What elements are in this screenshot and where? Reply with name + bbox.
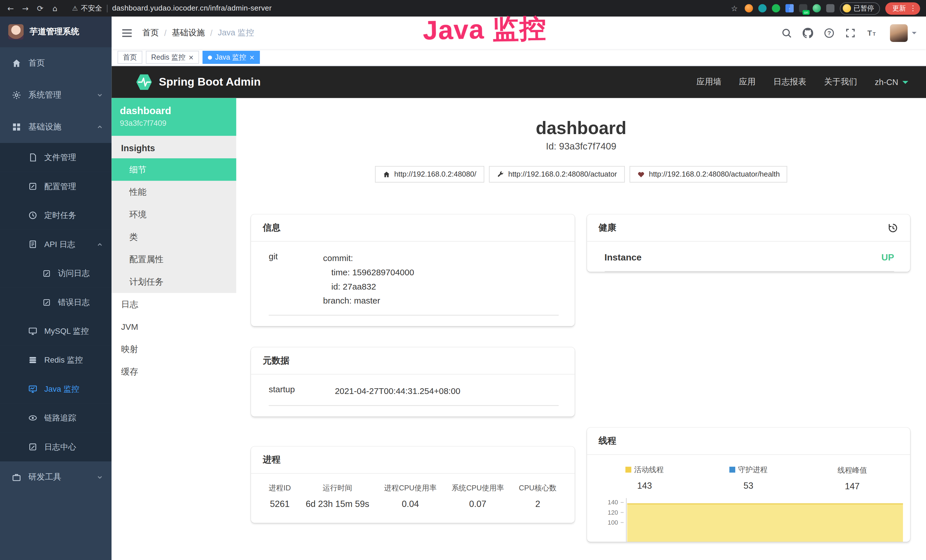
sidebar-item-log-center[interactable]: 日志中心 bbox=[0, 433, 112, 461]
breadcrumb-home[interactable]: 首页 bbox=[142, 27, 159, 38]
sba-side-item-env[interactable]: 环境 bbox=[112, 203, 236, 226]
cards-grid: 信息 git commit: time: 1596289704000 id: 2 bbox=[236, 215, 926, 542]
sba-side-item-logs[interactable]: 日志 bbox=[112, 293, 236, 316]
breadcrumb-infra[interactable]: 基础设施 bbox=[172, 27, 205, 38]
security-warning-icon: ⚠ bbox=[72, 5, 78, 12]
history-icon[interactable] bbox=[888, 222, 898, 233]
extension-icon-5[interactable]: on bbox=[799, 4, 807, 12]
extension-icon-4[interactable] bbox=[785, 4, 793, 12]
sidebar-item-trace[interactable]: 链路追踪 bbox=[0, 403, 112, 432]
sidebar-item-home[interactable]: 首页 bbox=[0, 47, 112, 79]
sidebar-item-java[interactable]: Java 监控 bbox=[0, 375, 112, 403]
svg-text:?: ? bbox=[827, 29, 831, 36]
sidebar-item-devtools[interactable]: 研发工具 bbox=[0, 461, 112, 493]
extensions-puzzle-icon[interactable] bbox=[826, 4, 834, 12]
sba-nav-journal[interactable]: 日志报表 bbox=[773, 77, 806, 87]
sba-nav-wall[interactable]: 应用墙 bbox=[696, 77, 721, 87]
sidebar-item-file[interactable]: 文件管理 bbox=[0, 143, 112, 172]
url-text[interactable]: dashboard.yudao.iocoder.cn/infra/admin-s… bbox=[112, 4, 272, 12]
sidebar-item-mysql[interactable]: MySQL 监控 bbox=[0, 317, 112, 345]
sba-brand[interactable]: Spring Boot Admin bbox=[135, 73, 261, 91]
sidebar-item-infra[interactable]: 基础设施 bbox=[0, 111, 112, 143]
sba-side-item-mappings[interactable]: 映射 bbox=[112, 338, 236, 360]
active-threads-swatch bbox=[625, 467, 631, 473]
address-bar[interactable]: ⚠ 不安全 dashboard.yudao.iocoder.cn/infra/a… bbox=[72, 3, 272, 13]
sba-nav-applications[interactable]: 应用 bbox=[739, 77, 755, 87]
sidebar-item-config[interactable]: 配置管理 bbox=[0, 172, 112, 201]
info-card-title: 信息 bbox=[263, 222, 281, 233]
chevron-down-icon bbox=[902, 81, 908, 87]
sidebar-item-access-log[interactable]: 访问日志 bbox=[0, 259, 112, 288]
bookmark-star-icon[interactable]: ☆ bbox=[729, 4, 739, 12]
sidebar-item-error-log[interactable]: 错误日志 bbox=[0, 288, 112, 316]
extension-icon-6[interactable] bbox=[812, 4, 820, 12]
extension-on-badge: on bbox=[803, 10, 809, 15]
instance-link-actuator[interactable]: http://192.168.0.2:48080/actuator bbox=[489, 166, 625, 183]
sba-title: Spring Boot Admin bbox=[159, 76, 261, 89]
extension-icon-2[interactable] bbox=[758, 4, 766, 12]
svg-text:T: T bbox=[873, 31, 876, 36]
gear-icon bbox=[12, 91, 21, 100]
stat-cpu-cores: CPU核心数 2 bbox=[519, 483, 557, 509]
legend-daemon-threads: 守护进程 53 bbox=[696, 465, 800, 491]
browser-back-icon[interactable]: ← bbox=[6, 4, 15, 12]
sba-side-item-details[interactable]: 细节 bbox=[112, 158, 236, 181]
fullscreen-icon[interactable] bbox=[845, 27, 856, 38]
legend-active-threads: 活动线程 143 bbox=[593, 465, 696, 491]
sidebar-item-redis[interactable]: Redis 监控 bbox=[0, 345, 112, 374]
app-sidebar: 芋道管理系统 首页 系统管理 基础设施 bbox=[0, 17, 112, 560]
instance-link-home[interactable]: http://192.168.0.2:48080/ bbox=[375, 166, 484, 183]
sba-side-item-scheduled-tasks[interactable]: 计划任务 bbox=[112, 271, 236, 293]
info-row-value: commit: time: 1596289704000 id: 27aa832 … bbox=[323, 251, 558, 308]
stat-system-cpu: 系统CPU使用率 0.07 bbox=[451, 483, 504, 509]
legend-peak-threads: 线程峰值 147 bbox=[800, 465, 904, 491]
sba-side-item-caches[interactable]: 缓存 bbox=[112, 360, 236, 383]
sidebar-item-api-log[interactable]: API 日志 bbox=[0, 230, 112, 259]
status-badge: UP bbox=[882, 252, 894, 263]
close-tab-icon[interactable]: × bbox=[249, 54, 255, 61]
instance-link-health[interactable]: http://192.168.0.2:48080/actuator/health bbox=[629, 166, 787, 183]
extension-icon-3[interactable] bbox=[772, 4, 780, 12]
caret-down-icon bbox=[912, 32, 917, 36]
help-icon[interactable]: ? bbox=[824, 27, 834, 38]
hamburger-icon[interactable] bbox=[121, 27, 133, 38]
sba-side-item-metrics[interactable]: 性能 bbox=[112, 181, 236, 203]
instance-title-block: dashboard Id: 93a3fc7f7409 http://192.16… bbox=[236, 98, 926, 183]
active-tab-dot bbox=[208, 55, 212, 59]
chevron-down-icon bbox=[97, 474, 103, 480]
tab-java[interactable]: Java 监控 × bbox=[203, 51, 260, 64]
sidebar-item-system[interactable]: 系统管理 bbox=[0, 79, 112, 111]
tab-redis[interactable]: Redis 监控 × bbox=[146, 51, 199, 64]
search-icon[interactable] bbox=[781, 27, 792, 38]
chrome-menu-icon[interactable]: ⋮ bbox=[909, 4, 917, 12]
home-icon bbox=[383, 170, 390, 178]
daemon-threads-swatch bbox=[729, 467, 735, 473]
sba-nav-about[interactable]: 关于我们 bbox=[824, 77, 857, 87]
browser-forward-icon[interactable]: → bbox=[21, 4, 30, 12]
github-icon[interactable] bbox=[802, 27, 813, 38]
sba-side-item-jvm[interactable]: JVM bbox=[112, 316, 236, 338]
metadata-row-value: 2021-04-27T00:44:31.254+08:00 bbox=[335, 384, 558, 398]
close-tab-icon[interactable]: × bbox=[189, 54, 194, 61]
chrome-update-button[interactable]: 更新 ⋮ bbox=[885, 2, 920, 14]
extension-icon-1[interactable] bbox=[744, 4, 753, 12]
locale-select[interactable]: zh-CN bbox=[875, 77, 908, 87]
font-size-icon[interactable]: TT bbox=[866, 27, 877, 38]
sba-side-item-config-props[interactable]: 配置属性 bbox=[112, 248, 236, 271]
metadata-card-title: 元数据 bbox=[263, 355, 289, 366]
instance-header[interactable]: dashboard 93a3fc7f7409 bbox=[112, 98, 236, 136]
sidebar-item-job[interactable]: 定时任务 bbox=[0, 201, 112, 230]
browser-home-icon[interactable]: ⌂ bbox=[50, 4, 60, 12]
avatar[interactable] bbox=[890, 24, 908, 42]
tab-home[interactable]: 首页 bbox=[118, 51, 142, 64]
health-row-label: Instance bbox=[604, 252, 642, 263]
sba-side-item-classes[interactable]: 类 bbox=[112, 226, 236, 248]
profile-paused-badge[interactable]: 已暂停 bbox=[840, 2, 880, 14]
user-menu[interactable] bbox=[890, 24, 917, 42]
health-card-title: 健康 bbox=[599, 222, 616, 233]
instance-details: dashboard Id: 93a3fc7f7409 http://192.16… bbox=[236, 98, 926, 560]
app-logo[interactable]: 芋道管理系统 bbox=[0, 17, 112, 47]
browser-reload-icon[interactable]: ⟳ bbox=[35, 4, 45, 12]
doc-edit-icon bbox=[42, 269, 51, 277]
omnibox-divider bbox=[107, 5, 107, 12]
